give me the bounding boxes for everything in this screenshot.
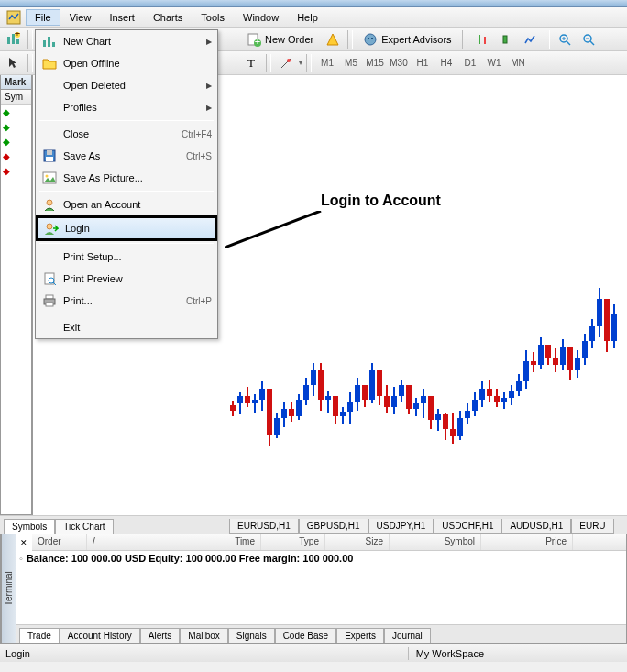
chart-tab[interactable]: USDCHF,H1 [434,519,501,534]
chart-tab[interactable]: USDJPY,H1 [368,519,434,534]
svg-rect-28 [47,150,52,155]
separator [462,30,468,49]
market-watch-column: Sym [1,90,31,105]
timeframe-M15[interactable]: M15 [363,54,387,72]
terminal-tab-experts[interactable]: Experts [336,628,384,643]
menu-item-open-offline[interactable]: Open Offline [36,52,217,74]
svg-line-17 [566,41,570,45]
zoom-in-icon[interactable] [554,29,576,50]
symbol-row[interactable]: ◆ [1,163,31,178]
folder-icon [41,56,58,71]
menubar: FileViewInsertChartsToolsWindowHelp [0,7,627,28]
expert-advisors-button[interactable]: Expert Advisors [357,29,457,50]
menu-window[interactable]: Window [234,9,288,26]
terminal-tab-trade[interactable]: Trade [19,628,60,643]
order-icon: + [247,32,261,47]
cursor-icon[interactable] [2,53,24,73]
chart-tab[interactable]: GBPUSD,H1 [299,519,368,534]
arrow-down-icon: ◆ [3,151,10,161]
terminal-tab-code-base[interactable]: Code Base [275,628,336,643]
menu-item-label: Login [65,223,210,234]
symbol-row[interactable]: ◆ [1,105,31,119]
arrow-down-icon: ◆ [3,166,10,176]
symbol-row[interactable]: ◆ [1,119,31,134]
menu-file[interactable]: File [26,9,60,26]
chart-tab[interactable]: EURU [571,519,613,534]
separator [347,30,353,49]
menu-item-print-setup[interactable]: Print Setup... [36,246,217,268]
terminal-tab-signals[interactable]: Signals [228,628,275,643]
timeframe-M1[interactable]: M1 [315,54,339,72]
terminal-tab-account-history[interactable]: Account History [60,628,140,643]
svg-point-12 [371,38,373,39]
blank-icon [41,78,58,93]
svg-point-31 [46,175,49,178]
menu-item-close[interactable]: CloseCtrl+F4 [36,123,217,145]
timeframe-M5[interactable]: M5 [339,54,363,72]
menu-item-open-deleted[interactable]: Open Deleted▶ [36,74,217,96]
picture-icon [41,171,58,185]
svg-point-32 [47,200,52,205]
text-tool-icon[interactable]: T [240,53,262,73]
new-chart-button[interactable]: + [2,29,24,50]
symbol-row[interactable]: ◆ [1,149,31,163]
terminal-column-header[interactable]: Size [325,534,390,550]
new-order-button[interactable]: + New Order [240,29,320,50]
menu-item-new-chart[interactable]: New Chart▶ [36,30,217,52]
menu-item-save-as-picture[interactable]: Save As Picture... [36,167,217,189]
symbol-row[interactable]: ◆ [1,134,31,149]
tab-symbols[interactable]: Symbols [4,519,55,534]
menu-item-label: Print Preview [63,273,212,284]
timeframe-W1[interactable]: W1 [482,54,506,72]
svg-rect-13 [478,35,480,44]
svg-point-23 [287,59,291,62]
chart-bar-icon[interactable] [495,29,517,50]
tab-tick-chart[interactable]: Tick Chart [55,519,113,534]
terminal-column-header[interactable]: Order [32,534,87,550]
arrow-up-icon: ◆ [3,122,10,132]
terminal-tab-mailbox[interactable]: Mailbox [180,628,227,643]
drawing-tool-icon[interactable] [275,53,297,73]
chart-candle-icon[interactable] [519,29,541,50]
terminal-tab-alerts[interactable]: Alerts [140,628,181,643]
menu-item-exit[interactable]: Exit [36,316,217,338]
menu-charts[interactable]: Charts [144,9,192,26]
menu-item-label: Save As [63,150,181,161]
chart-line-icon[interactable] [471,29,493,50]
menu-item-save-as[interactable]: Save AsCtrl+S [36,145,217,167]
menu-insert[interactable]: Insert [100,9,144,26]
terminal-column-header[interactable]: Time [105,534,261,550]
menu-separator [39,243,214,244]
menu-item-login[interactable]: Login [36,215,217,241]
new-order-label: New Order [265,34,314,45]
chart-tab[interactable]: AUDUSD,H1 [501,519,571,534]
terminal-column-header[interactable]: Symbol [390,534,481,550]
menu-view[interactable]: View [60,9,101,26]
terminal-column-header[interactable]: Price [481,534,573,550]
terminal-column-header[interactable]: Type [261,534,325,550]
timeframe-MN[interactable]: MN [506,54,530,72]
chart-tab[interactable]: EURUSD,H1 [229,519,299,534]
terminal-column-header[interactable]: / [87,534,105,550]
timeframe-M30[interactable]: M30 [387,54,411,72]
svg-rect-14 [484,37,486,44]
zoom-out-icon[interactable] [578,29,600,50]
menu-help[interactable]: Help [288,9,327,26]
timeframe-H4[interactable]: H4 [434,54,458,72]
app-icon [6,9,22,26]
svg-rect-29 [46,157,53,161]
separator [306,54,312,72]
menu-tools[interactable]: Tools [192,9,234,26]
timeframe-H1[interactable]: H1 [411,54,434,72]
terminal-close-icon[interactable]: ✕ [17,536,30,549]
terminal-tab-journal[interactable]: Journal [384,628,431,643]
blank-icon [41,320,58,335]
menu-item-profiles[interactable]: Profiles▶ [36,96,217,118]
market-watch-panel: Mark Sym ◆◆◆◆◆ [0,75,32,515]
timeframe-D1[interactable]: D1 [458,54,482,72]
menu-item-open-an-account[interactable]: Open an Account [36,193,217,215]
separator [28,30,33,49]
menu-item-print[interactable]: Print...Ctrl+P [36,290,217,312]
menu-item-print-preview[interactable]: Print Preview [36,268,217,290]
alert-icon[interactable] [322,29,344,50]
